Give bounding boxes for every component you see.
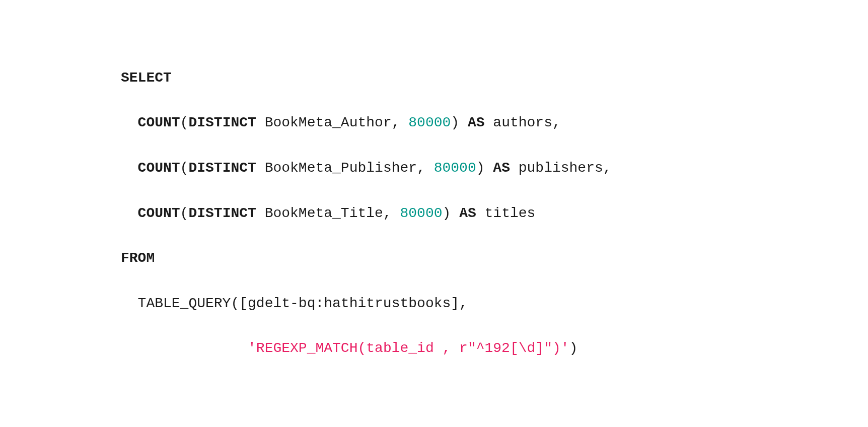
column-author: BookMeta_Author, <box>256 115 408 130</box>
keyword-as: AS <box>459 205 476 221</box>
paren-close: ) <box>476 160 493 176</box>
keyword-as: AS <box>493 160 510 176</box>
code-line-6: TABLE_QUERY([gdelt-bq:hathitrustbooks], <box>121 293 612 315</box>
table-query-call: TABLE_QUERY([gdelt-bq:hathitrustbooks], <box>138 296 468 311</box>
column-title: BookMeta_Title, <box>256 205 400 221</box>
keyword-distinct: DISTINCT <box>188 205 256 221</box>
column-publisher: BookMeta_Publisher, <box>256 160 434 176</box>
keyword-count: COUNT <box>138 160 180 176</box>
number-literal: 80000 <box>408 115 451 130</box>
paren-open: ( <box>180 115 189 130</box>
string-literal: 'REGEXP_MATCH(table_id , r"^192[\d]")' <box>248 340 569 356</box>
keyword-from: FROM <box>121 250 155 266</box>
paren-open: ( <box>180 160 189 176</box>
code-line-5: FROM <box>121 247 612 270</box>
paren-close: ) <box>451 115 468 130</box>
keyword-count: COUNT <box>138 115 180 130</box>
paren-close-final: ) <box>569 340 578 356</box>
code-line-7: 'REGEXP_MATCH(table_id , r"^192[\d]")') <box>121 337 612 360</box>
alias-authors: authors, <box>485 115 561 130</box>
number-literal: 80000 <box>434 160 476 176</box>
keyword-select: SELECT <box>121 70 172 86</box>
paren-close: ) <box>443 205 460 221</box>
sql-code-block: SELECT COUNT(DISTINCT BookMeta_Author, 8… <box>121 44 612 383</box>
code-line-1: SELECT <box>121 67 612 90</box>
keyword-distinct: DISTINCT <box>188 115 256 130</box>
code-line-4: COUNT(DISTINCT BookMeta_Title, 80000) AS… <box>121 202 612 225</box>
alias-publishers: publishers, <box>510 160 612 176</box>
keyword-count: COUNT <box>138 205 180 221</box>
code-line-3: COUNT(DISTINCT BookMeta_Publisher, 80000… <box>121 157 612 180</box>
number-literal: 80000 <box>400 205 443 221</box>
alias-titles: titles <box>476 205 536 221</box>
keyword-distinct: DISTINCT <box>188 160 256 176</box>
keyword-as: AS <box>468 115 485 130</box>
code-line-2: COUNT(DISTINCT BookMeta_Author, 80000) A… <box>121 112 612 134</box>
paren-open: ( <box>180 205 189 221</box>
